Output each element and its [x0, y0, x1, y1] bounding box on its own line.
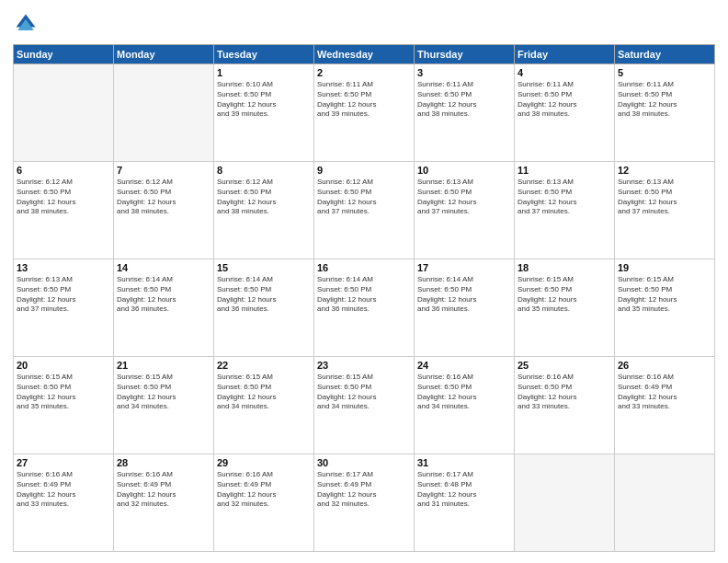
day-number: 5 — [618, 67, 711, 78]
day-number: 29 — [217, 457, 311, 468]
calendar-cell: 24Sunrise: 6:16 AM Sunset: 6:50 PM Dayli… — [415, 357, 515, 454]
cell-details: Sunrise: 6:16 AM Sunset: 6:49 PM Dayligh… — [217, 470, 311, 510]
logo — [13, 11, 42, 37]
calendar-table: SundayMondayTuesdayWednesdayThursdayFrid… — [13, 44, 715, 552]
weekday-header: Tuesday — [214, 45, 314, 64]
cell-details: Sunrise: 6:14 AM Sunset: 6:50 PM Dayligh… — [217, 275, 311, 315]
cell-details: Sunrise: 6:13 AM Sunset: 6:50 PM Dayligh… — [618, 178, 711, 217]
cell-details: Sunrise: 6:12 AM Sunset: 6:50 PM Dayligh… — [217, 178, 311, 217]
calendar-cell: 30Sunrise: 6:17 AM Sunset: 6:49 PM Dayli… — [314, 454, 415, 552]
cell-details: Sunrise: 6:15 AM Sunset: 6:50 PM Dayligh… — [117, 373, 210, 412]
calendar-cell: 21Sunrise: 6:15 AM Sunset: 6:50 PM Dayli… — [114, 357, 214, 454]
day-number: 21 — [117, 360, 210, 371]
calendar-cell — [14, 64, 114, 162]
cell-details: Sunrise: 6:12 AM Sunset: 6:50 PM Dayligh… — [117, 178, 210, 217]
cell-details: Sunrise: 6:16 AM Sunset: 6:50 PM Dayligh… — [417, 373, 511, 412]
day-number: 18 — [518, 262, 611, 273]
calendar-cell: 13Sunrise: 6:13 AM Sunset: 6:50 PM Dayli… — [14, 259, 114, 357]
cell-details: Sunrise: 6:11 AM Sunset: 6:50 PM Dayligh… — [417, 80, 511, 120]
cell-details: Sunrise: 6:10 AM Sunset: 6:50 PM Dayligh… — [217, 80, 311, 120]
day-number: 7 — [117, 165, 210, 176]
calendar-cell: 5Sunrise: 6:11 AM Sunset: 6:50 PM Daylig… — [615, 64, 715, 162]
weekday-header: Monday — [114, 45, 214, 64]
cell-details: Sunrise: 6:13 AM Sunset: 6:50 PM Dayligh… — [417, 178, 511, 217]
calendar-cell: 20Sunrise: 6:15 AM Sunset: 6:50 PM Dayli… — [14, 357, 114, 454]
day-number: 26 — [618, 360, 711, 371]
cell-details: Sunrise: 6:13 AM Sunset: 6:50 PM Dayligh… — [17, 275, 110, 315]
cell-details: Sunrise: 6:12 AM Sunset: 6:50 PM Dayligh… — [17, 178, 110, 217]
day-number: 14 — [117, 262, 210, 273]
cell-details: Sunrise: 6:16 AM Sunset: 6:49 PM Dayligh… — [117, 470, 210, 510]
cell-details: Sunrise: 6:11 AM Sunset: 6:50 PM Dayligh… — [518, 80, 611, 120]
day-number: 9 — [317, 165, 411, 176]
weekday-header: Friday — [515, 45, 615, 64]
cell-details: Sunrise: 6:15 AM Sunset: 6:50 PM Dayligh… — [618, 275, 711, 315]
day-number: 11 — [518, 165, 611, 176]
day-number: 6 — [17, 165, 110, 176]
logo-icon — [13, 11, 39, 37]
day-number: 17 — [417, 262, 511, 273]
cell-details: Sunrise: 6:14 AM Sunset: 6:50 PM Dayligh… — [117, 275, 210, 315]
calendar-cell — [515, 454, 615, 552]
cell-details: Sunrise: 6:16 AM Sunset: 6:49 PM Dayligh… — [618, 373, 711, 412]
calendar-cell: 4Sunrise: 6:11 AM Sunset: 6:50 PM Daylig… — [515, 64, 615, 162]
calendar-cell: 17Sunrise: 6:14 AM Sunset: 6:50 PM Dayli… — [415, 259, 515, 357]
cell-details: Sunrise: 6:16 AM Sunset: 6:50 PM Dayligh… — [518, 373, 611, 412]
calendar-cell: 22Sunrise: 6:15 AM Sunset: 6:50 PM Dayli… — [214, 357, 314, 454]
day-number: 2 — [317, 67, 411, 78]
cell-details: Sunrise: 6:12 AM Sunset: 6:50 PM Dayligh… — [317, 178, 411, 217]
day-number: 3 — [417, 67, 511, 78]
calendar-cell — [114, 64, 214, 162]
day-number: 1 — [217, 67, 311, 78]
calendar-cell: 19Sunrise: 6:15 AM Sunset: 6:50 PM Dayli… — [615, 259, 715, 357]
day-number: 30 — [317, 457, 411, 468]
day-number: 4 — [518, 67, 611, 78]
calendar-cell: 26Sunrise: 6:16 AM Sunset: 6:49 PM Dayli… — [615, 357, 715, 454]
calendar-cell: 3Sunrise: 6:11 AM Sunset: 6:50 PM Daylig… — [415, 64, 515, 162]
day-number: 27 — [17, 457, 110, 468]
calendar-cell: 6Sunrise: 6:12 AM Sunset: 6:50 PM Daylig… — [14, 162, 114, 259]
cell-details: Sunrise: 6:16 AM Sunset: 6:49 PM Dayligh… — [17, 470, 110, 510]
header — [13, 11, 715, 37]
day-number: 22 — [217, 360, 311, 371]
calendar-cell: 7Sunrise: 6:12 AM Sunset: 6:50 PM Daylig… — [114, 162, 214, 259]
calendar-cell: 12Sunrise: 6:13 AM Sunset: 6:50 PM Dayli… — [615, 162, 715, 259]
day-number: 10 — [417, 165, 511, 176]
day-number: 31 — [417, 457, 511, 468]
day-number: 20 — [17, 360, 110, 371]
cell-details: Sunrise: 6:11 AM Sunset: 6:50 PM Dayligh… — [618, 80, 711, 120]
cell-details: Sunrise: 6:15 AM Sunset: 6:50 PM Dayligh… — [17, 373, 110, 412]
day-number: 8 — [217, 165, 311, 176]
weekday-header: Sunday — [14, 45, 114, 64]
cell-details: Sunrise: 6:13 AM Sunset: 6:50 PM Dayligh… — [518, 178, 611, 217]
calendar-cell: 25Sunrise: 6:16 AM Sunset: 6:50 PM Dayli… — [515, 357, 615, 454]
cell-details: Sunrise: 6:14 AM Sunset: 6:50 PM Dayligh… — [417, 275, 511, 315]
cell-details: Sunrise: 6:15 AM Sunset: 6:50 PM Dayligh… — [317, 373, 411, 412]
weekday-header: Saturday — [615, 45, 715, 64]
day-number: 15 — [217, 262, 311, 273]
calendar-cell: 2Sunrise: 6:11 AM Sunset: 6:50 PM Daylig… — [314, 64, 415, 162]
day-number: 13 — [17, 262, 110, 273]
calendar-cell: 27Sunrise: 6:16 AM Sunset: 6:49 PM Dayli… — [14, 454, 114, 552]
calendar-cell — [615, 454, 715, 552]
day-number: 28 — [117, 457, 210, 468]
day-number: 23 — [317, 360, 411, 371]
cell-details: Sunrise: 6:17 AM Sunset: 6:49 PM Dayligh… — [317, 470, 411, 510]
page: SundayMondayTuesdayWednesdayThursdayFrid… — [0, 0, 728, 563]
day-number: 16 — [317, 262, 411, 273]
calendar-cell: 23Sunrise: 6:15 AM Sunset: 6:50 PM Dayli… — [314, 357, 415, 454]
calendar-cell: 8Sunrise: 6:12 AM Sunset: 6:50 PM Daylig… — [214, 162, 314, 259]
calendar-cell: 31Sunrise: 6:17 AM Sunset: 6:48 PM Dayli… — [415, 454, 515, 552]
cell-details: Sunrise: 6:11 AM Sunset: 6:50 PM Dayligh… — [317, 80, 411, 120]
weekday-header: Thursday — [415, 45, 515, 64]
calendar-cell: 15Sunrise: 6:14 AM Sunset: 6:50 PM Dayli… — [214, 259, 314, 357]
cell-details: Sunrise: 6:17 AM Sunset: 6:48 PM Dayligh… — [417, 470, 511, 510]
weekday-header: Wednesday — [314, 45, 415, 64]
calendar-cell: 14Sunrise: 6:14 AM Sunset: 6:50 PM Dayli… — [114, 259, 214, 357]
day-number: 25 — [518, 360, 611, 371]
calendar-cell: 10Sunrise: 6:13 AM Sunset: 6:50 PM Dayli… — [415, 162, 515, 259]
day-number: 12 — [618, 165, 711, 176]
calendar-cell: 9Sunrise: 6:12 AM Sunset: 6:50 PM Daylig… — [314, 162, 415, 259]
day-number: 19 — [618, 262, 711, 273]
calendar-cell: 28Sunrise: 6:16 AM Sunset: 6:49 PM Dayli… — [114, 454, 214, 552]
